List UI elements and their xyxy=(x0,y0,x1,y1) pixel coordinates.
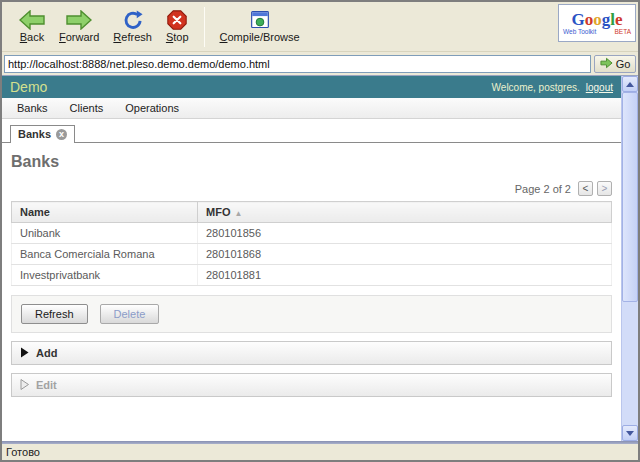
scrollbar-up-icon xyxy=(626,82,634,87)
refresh-table-button[interactable]: Refresh xyxy=(21,304,88,324)
vertical-scrollbar[interactable] xyxy=(621,76,638,441)
forward-button[interactable]: Forward xyxy=(52,9,106,44)
scrollbar-thumb[interactable] xyxy=(622,92,638,302)
scrollbar-track[interactable] xyxy=(622,92,638,425)
app-page: Demo Welcome, postgres. logout Banks Cli… xyxy=(2,76,621,441)
browser-toolbar: Back Forward Refresh Stop Compile/Brows xyxy=(2,2,638,52)
compile-browse-button-label: Compile/Browse xyxy=(220,31,300,43)
status-bar: Готово xyxy=(2,444,638,460)
cell-name: Banca Comerciala Romana xyxy=(12,244,198,265)
cell-name: Unibank xyxy=(12,223,198,244)
add-disclosure[interactable]: Add xyxy=(11,341,612,365)
column-header-mfo[interactable]: MFO▲ xyxy=(198,202,612,223)
cell-mfo: 280101881 xyxy=(198,265,612,286)
table-row[interactable]: Banca Comerciala Romana 280101868 xyxy=(12,244,612,265)
cell-name: Investprivatbank xyxy=(12,265,198,286)
web-toolkit-label: Web Toolkit xyxy=(563,28,596,35)
browser-viewport: Demo Welcome, postgres. logout Banks Cli… xyxy=(2,75,638,441)
compile-browse-button[interactable]: Compile/Browse xyxy=(213,9,307,44)
refresh-icon xyxy=(121,10,145,30)
stop-button[interactable]: Stop xyxy=(159,9,196,44)
close-icon[interactable]: x xyxy=(56,129,67,140)
edit-disclosure-arrow-icon xyxy=(20,376,29,394)
tab-bar: Banks x xyxy=(2,124,621,143)
actions-panel: Refresh Delete xyxy=(11,295,612,333)
edit-disclosure-label: Edit xyxy=(36,379,57,391)
google-logo: Google Web Toolkit BETA xyxy=(558,4,636,42)
banks-table: Name MFO▲ Unibank 280101856 Banca Comerc… xyxy=(11,201,612,286)
tab-banks-label: Banks xyxy=(18,128,51,140)
address-bar: Go xyxy=(2,52,638,75)
prev-page-button[interactable]: < xyxy=(578,181,593,196)
url-input[interactable] xyxy=(4,55,591,73)
page-body: Banks Page 2 of 2 < > Name MFO▲ xyxy=(2,143,621,441)
table-row[interactable]: Investprivatbank 280101881 xyxy=(12,265,612,286)
table-header-row: Name MFO▲ xyxy=(12,202,612,223)
forward-icon xyxy=(66,10,92,30)
google-wordmark: Google xyxy=(571,11,622,28)
edit-disclosure[interactable]: Edit xyxy=(11,373,612,397)
back-button[interactable]: Back xyxy=(12,9,52,44)
refresh-button-label: Refresh xyxy=(113,31,152,43)
menu-item-operations[interactable]: Operations xyxy=(114,100,190,116)
beta-badge: BETA xyxy=(615,28,632,35)
logout-link[interactable]: logout xyxy=(586,82,613,93)
stop-icon xyxy=(166,10,188,30)
scrollbar-down-icon xyxy=(626,431,634,436)
delete-button[interactable]: Delete xyxy=(100,304,160,324)
back-icon xyxy=(19,10,45,30)
sort-asc-icon: ▲ xyxy=(234,209,242,218)
toolbar-separator xyxy=(204,7,205,47)
refresh-button[interactable]: Refresh xyxy=(106,9,159,44)
browser-window: Back Forward Refresh Stop Compile/Brows xyxy=(0,0,640,462)
forward-button-label: Forward xyxy=(59,31,99,43)
add-disclosure-label: Add xyxy=(36,347,57,359)
pagination-label: Page 2 of 2 xyxy=(515,183,571,195)
app-header: Demo Welcome, postgres. logout xyxy=(2,76,621,98)
pagination: Page 2 of 2 < > xyxy=(11,181,612,196)
page-title: Banks xyxy=(11,153,612,171)
go-icon xyxy=(600,57,613,71)
tab-banks[interactable]: Banks x xyxy=(10,125,75,143)
cell-mfo: 280101856 xyxy=(198,223,612,244)
stop-button-label: Stop xyxy=(166,31,189,43)
column-header-name[interactable]: Name xyxy=(12,202,198,223)
menu-item-clients[interactable]: Clients xyxy=(59,100,115,116)
menu-item-banks[interactable]: Banks xyxy=(6,100,59,116)
compile-browse-icon xyxy=(247,10,273,30)
welcome-text: Welcome, postgres. xyxy=(492,82,580,93)
cell-mfo: 280101868 xyxy=(198,244,612,265)
add-disclosure-arrow-icon xyxy=(20,344,29,362)
status-text: Готово xyxy=(6,446,40,458)
scroll-down-button[interactable] xyxy=(622,425,638,441)
menu-bar: Banks Clients Operations xyxy=(2,98,621,119)
go-button-label: Go xyxy=(616,58,631,70)
scroll-up-button[interactable] xyxy=(622,76,638,92)
next-page-button[interactable]: > xyxy=(597,181,612,196)
go-button[interactable]: Go xyxy=(594,55,636,73)
table-row[interactable]: Unibank 280101856 xyxy=(12,223,612,244)
back-button-label: Back xyxy=(20,31,44,43)
app-title: Demo xyxy=(10,79,47,95)
